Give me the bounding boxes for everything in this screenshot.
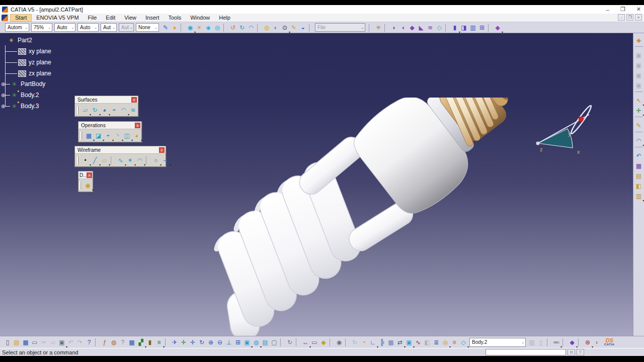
catalog-icon[interactable]: ◆ [568,338,577,347]
3d-viewport[interactable]: ✳ Part2 xy plane yz plane zx plane ⊕ ✳ P… [0,33,633,336]
menu-enovia[interactable]: ENOVIA V5 VPM [32,14,83,22]
close-icon[interactable]: x [159,147,165,153]
turntable-icon[interactable]: ↻ [285,338,294,347]
revolve-icon[interactable]: ↻ [90,105,100,115]
drag-handle[interactable] [80,132,82,140]
sphere-icon[interactable]: ◕ [100,105,109,115]
open-icon[interactable]: ▤ [12,338,21,347]
connect-curve-icon[interactable]: ✶ [125,155,135,165]
knowledge-template-icon[interactable]: ⊛ [583,338,592,347]
join-icon[interactable]: ▦ [84,131,94,140]
graphic-properties-icon[interactable]: ● [170,23,179,32]
render-style-icon[interactable]: ◍ [252,338,261,347]
close-surface-icon[interactable]: ◨ [459,23,468,32]
sweep-icon[interactable]: ≋ [128,105,138,115]
save-icon[interactable]: ▦ [21,338,30,347]
normal-view-icon[interactable]: ⊥ [224,338,233,347]
simulation-fly-icon[interactable]: ✳ [374,23,383,32]
menu-help[interactable]: Help [214,14,235,22]
command-input[interactable] [486,349,566,355]
multi-view-icon[interactable]: ⊞ [233,338,243,347]
patch-icon[interactable]: ◇ [435,23,444,32]
thick-surface-icon[interactable]: ▮ [450,23,459,32]
projection-icon[interactable]: ◠ [135,155,144,165]
shape-morphing-icon[interactable]: ◣ [417,23,426,32]
paint-apply-icon[interactable]: ◧ [634,182,643,191]
lock-icon[interactable]: ▮ [145,338,154,347]
light-target-icon[interactable]: ◎ [213,23,222,32]
transparency-combo[interactable]: 75%⌄ [31,23,52,32]
line-icon[interactable]: ╱ [90,155,100,165]
stack-icon[interactable]: ≡ [450,338,459,347]
text-annotation-icon[interactable]: ABC [552,338,561,347]
bump-surface-icon[interactable]: ◗ [389,23,398,32]
bulb-3d-model[interactable] [185,98,512,336]
close-icon[interactable]: x [131,97,137,103]
tree-node-part2[interactable]: ✳ Part2 [7,37,32,44]
accelerate-icon[interactable]: ∿ [414,338,423,347]
powercopy-icon[interactable]: ◆ [493,23,502,32]
annotate-icon[interactable]: ✎ [289,23,298,32]
tree-node-body3[interactable]: ⊕ ✳✦ Body.3 [10,103,39,110]
3d-compass[interactable]: z y x [531,104,601,160]
menu-view[interactable]: View [120,14,141,22]
offset-icon[interactable]: ◠ [119,105,128,115]
print-icon[interactable]: ▭ [30,338,39,347]
developed-shapes-icon[interactable]: ◉ [83,180,93,190]
zoom-in-icon[interactable]: ⊕ [206,338,215,347]
menu-start[interactable]: Start [10,14,32,22]
work-grid-icon[interactable]: ▦ [386,338,395,347]
formula-icon[interactable]: ƒ [100,338,109,347]
tree-expand-icon[interactable]: ╠ [377,338,386,347]
extract-icon[interactable]: ◫ [122,131,132,140]
split-icon[interactable]: ◪ [94,131,103,140]
tree-node-body2[interactable]: ⊕ ✳✦ Body.2 [10,92,39,99]
mass-properties-icon[interactable]: ◆ [319,338,328,347]
paste-icon[interactable]: ▣ [57,338,66,347]
close-icon[interactable]: x [135,123,140,128]
line-type-combo[interactable]: Auto⌄ [77,23,99,32]
mdi-restore-button[interactable]: ❐ [626,14,633,21]
tilt-view-icon[interactable]: ◠ [247,23,256,32]
axis-system-icon[interactable]: ∟ [368,338,377,347]
drag-handle[interactable] [79,182,81,190]
mdi-close-button[interactable]: × [635,14,642,21]
command-history-button[interactable]: ⊡ [568,349,575,355]
menu-insert[interactable]: Insert [141,14,164,22]
directional-light-icon[interactable]: ◈ [204,23,213,32]
minimize-button[interactable]: – [606,7,609,13]
plane-icon[interactable]: ▱ [100,155,109,165]
extrude-icon[interactable]: ▱ [80,105,90,115]
comment-icon[interactable]: ◍ [109,338,118,347]
apply-material-icon[interactable]: ✎ [161,23,170,32]
menu-edit[interactable]: Edit [101,14,120,22]
profile-curve-icon[interactable]: ◠ [634,136,643,145]
stitch-surface-icon[interactable]: ▥ [468,23,477,32]
undo-multiple-icon[interactable]: ↶ [634,151,643,160]
point-symbol-combo[interactable]: Aut⌄ [101,23,117,32]
smart-pick-icon[interactable]: ✛ [634,106,643,115]
zoom-out-icon[interactable]: ⊖ [215,338,224,347]
rotate-scene-icon[interactable]: ↻ [237,23,247,32]
select-icon[interactable]: ↖ [634,96,643,105]
trim-icon[interactable]: ◓ [103,131,113,140]
current-body-icon[interactable]: ◇ [459,338,468,347]
point-icon[interactable]: • [80,155,90,165]
circle-icon[interactable]: ○ [151,155,160,165]
capture-icon[interactable]: ◉ [335,338,344,347]
command-help-button[interactable]: ⍰ [577,349,584,355]
knowledge-help-icon[interactable]: ? [118,338,127,347]
relations-icon[interactable]: ▞ [136,338,145,347]
named-views-icon[interactable]: ▤ [261,338,270,347]
line-weight-combo[interactable]: Auto⌄ [54,23,75,32]
tree-node-zx-plane[interactable]: zx plane [18,70,51,77]
boundary-icon[interactable]: ◝ [113,131,122,140]
toolbar-overflow-arrow[interactable]: › [592,338,601,347]
grid-icon[interactable]: ▦ [634,161,643,170]
shape-fillet-icon[interactable]: ◕ [132,131,141,140]
spline-icon[interactable]: ∽ [160,155,170,165]
offset-mesh-icon[interactable]: ≋ [426,23,435,32]
tree-node-yz-plane[interactable]: yz plane [18,59,51,66]
drag-handle[interactable] [77,106,78,114]
layer-combo[interactable]: None⌄ [136,23,159,32]
